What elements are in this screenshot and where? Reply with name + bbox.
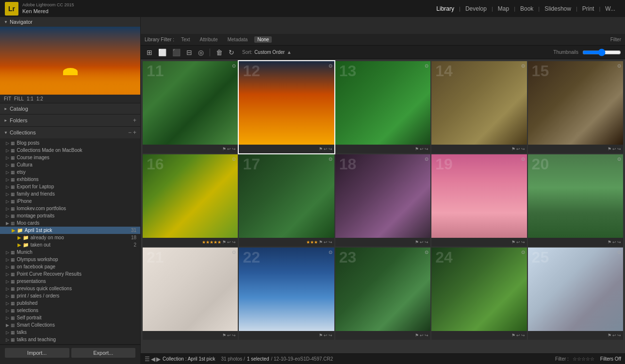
collections-tree-item[interactable]: ▷ ▦talks and teaching: [0, 336, 140, 343]
collections-tree-item[interactable]: ▶ ▦Moo cards: [0, 219, 140, 227]
collections-tree-item[interactable]: ▷ ▦family and friends: [0, 190, 140, 198]
collections-tree-item[interactable]: ▷ ▦Blog posts: [0, 139, 140, 147]
photo-cell[interactable]: 20 ⊙ ⚑ ↩ ↪: [528, 154, 623, 247]
zoom-fill[interactable]: FILL: [14, 96, 24, 101]
catalog-header-left: ▼ Catalog: [4, 106, 28, 112]
collections-tree-item[interactable]: ▶ ▦Smart Collections: [0, 321, 140, 329]
navigator-label: Navigator: [10, 19, 33, 25]
catalog-header[interactable]: ▼ Catalog: [0, 103, 140, 114]
photo-expand-icon[interactable]: ⊙: [232, 156, 236, 162]
photo-rotate-icon: ↩: [516, 240, 520, 245]
collections-tree-item[interactable]: ▷ ▦Export for Laptop: [0, 183, 140, 190]
photo-cell[interactable]: 18 ⊙ ⚑ ↩ ↪: [335, 154, 430, 247]
collections-tree-item[interactable]: ▷ ▦Collections Made on MacBook: [0, 147, 140, 154]
photo-cell[interactable]: 21 ⊙ ⚑ ↩ ↪: [143, 248, 238, 340]
photo-image: [335, 248, 430, 331]
photo-cell[interactable]: 16 ⊙ ★★★★★ ⚑ ↩ ↪: [143, 154, 238, 247]
collections-tree-item[interactable]: ▶ 📁already on moo18: [0, 234, 140, 241]
tree-item-label: taken out: [31, 242, 50, 248]
sort-arrow[interactable]: ▲: [287, 50, 292, 55]
collections-tree-item[interactable]: ▷ ▦previous quick collections: [0, 285, 140, 292]
photo-cell[interactable]: 13 ⊙ ⚑ ↩ ↪: [335, 61, 430, 153]
photo-cell[interactable]: 22 ⊙ ⚑ ↩ ↪: [239, 248, 334, 340]
collections-tree-item[interactable]: ▷ ▦talks: [0, 329, 140, 336]
photo-cell[interactable]: 11 ⊙ ⚑ ↩ ↪: [143, 61, 238, 153]
filter-tab-none[interactable]: None: [254, 36, 272, 43]
collections-tree-item[interactable]: ▷ ▦print / sales / orders: [0, 292, 140, 299]
filter-tab-text[interactable]: Text: [178, 36, 193, 43]
import-button[interactable]: Import...: [5, 348, 69, 358]
collections-add-button[interactable]: +: [133, 129, 136, 136]
photo-expand-icon[interactable]: ⊙: [521, 156, 525, 162]
zoom-1to1[interactable]: 1:1: [27, 96, 33, 101]
export-button[interactable]: Export...: [71, 348, 136, 358]
photo-expand-icon[interactable]: ⊙: [329, 156, 332, 162]
filter-tab-metadata[interactable]: Metadata: [225, 36, 251, 43]
collections-tree-item[interactable]: ▶ 📁April 1st pick31: [0, 227, 140, 234]
collection-icon: ▷ ▦: [6, 308, 15, 313]
photo-expand-icon[interactable]: ⊙: [329, 249, 332, 255]
collections-tree-item[interactable]: ▷ ▦Self portrait: [0, 314, 140, 321]
photo-cell[interactable]: 23 ⊙ ⚑ ↩ ↪: [335, 248, 430, 340]
grid-view-button[interactable]: ⊞: [145, 48, 154, 57]
navigator-header[interactable]: ▼ Navigator: [0, 17, 140, 27]
collections-tree-item[interactable]: ▷ ▦published: [0, 299, 140, 307]
survey-view-button[interactable]: ⊟: [184, 48, 194, 57]
photo-cell[interactable]: 24 ⊙ ⚑ ↩ ↪: [431, 248, 526, 340]
folders-header[interactable]: ▼ Folders +: [0, 115, 140, 126]
collections-tree-item[interactable]: ▷ ▦iPhone: [0, 198, 140, 205]
collections-tree-item[interactable]: ▷ ▦Olympus workshop: [0, 256, 140, 263]
photo-cell[interactable]: 12 ⊙ ⚑ ↩ ↪: [239, 61, 334, 153]
photo-cell[interactable]: 17 ⊙ ★★★ ⚑ ↩ ↪: [239, 154, 334, 247]
photo-cell[interactable]: 14 ⊙ ⚑ ↩ ↪: [431, 61, 526, 153]
people-view-button[interactable]: ◎: [196, 48, 206, 57]
photo-expand-icon[interactable]: ⊙: [425, 156, 428, 162]
photo-icons: ⚑ ↩ ↪: [415, 147, 428, 151]
rotate-button[interactable]: ↻: [227, 48, 236, 57]
photo-expand-icon[interactable]: ⊙: [232, 249, 236, 255]
content-area: Library | Develop | Map | Book | Slidesh…: [141, 17, 625, 364]
status-nav-prev-btn[interactable]: ☰: [145, 356, 150, 363]
collections-tree-item[interactable]: ▶ 📁taken out2: [0, 241, 140, 248]
tree-item-label: presentations: [17, 279, 46, 284]
collections-tree-item[interactable]: ▷ ▦on facebook page: [0, 263, 140, 270]
photo-expand-icon[interactable]: ⊙: [617, 249, 621, 255]
collections-tree-item[interactable]: ▷ ▦Course images: [0, 154, 140, 161]
collections-tree-item[interactable]: ▷ ▦selections: [0, 307, 140, 314]
collections-tree-item[interactable]: ▷ ▦Munich: [0, 248, 140, 256]
collections-tree-item[interactable]: ▷ ▦montage portraits: [0, 212, 140, 219]
tree-item-label: Moo cards: [17, 220, 40, 226]
collections-tree-item[interactable]: ▷ ▦Cultura: [0, 161, 140, 168]
photo-expand-icon[interactable]: ⊙: [329, 63, 332, 68]
photo-rotate-icon: ↩: [420, 240, 424, 245]
collections-tree-item[interactable]: ▷ ▦lomokev.com portfolios: [0, 205, 140, 212]
photo-expand-icon[interactable]: ⊙: [425, 63, 428, 68]
loupe-view-button[interactable]: ⬜: [156, 48, 168, 57]
zoom-1to2[interactable]: 1:2: [36, 96, 43, 101]
photo-expand-icon[interactable]: ⊙: [232, 63, 236, 68]
photo-expand-icon[interactable]: ⊙: [617, 63, 621, 68]
collections-header[interactable]: ▼ Collections − +: [0, 127, 140, 138]
photo-cell[interactable]: 19 ⊙ ⚑ ↩ ↪: [431, 154, 526, 247]
collections-tree-item[interactable]: ▷ ▦etsy: [0, 168, 140, 176]
photo-cell[interactable]: 15 ⊙ ⚑ ↩ ↪: [528, 61, 623, 153]
thumb-slider[interactable]: [582, 49, 621, 56]
photo-expand-icon[interactable]: ⊙: [425, 249, 428, 255]
sort-value[interactable]: Custom Order: [254, 50, 285, 55]
photo-expand-icon[interactable]: ⊙: [617, 156, 621, 162]
collections-remove-button[interactable]: −: [128, 129, 132, 136]
spray-button[interactable]: 🗑: [214, 48, 225, 57]
photo-expand-icon[interactable]: ⊙: [521, 249, 525, 255]
collections-tree-item[interactable]: ▷ ▦presentations: [0, 278, 140, 285]
photo-expand-icon[interactable]: ⊙: [521, 63, 525, 68]
compare-view-button[interactable]: ⬛: [170, 48, 182, 57]
collections-tree-item[interactable]: ▷ ▦exhbitions: [0, 176, 140, 183]
status-nav-fwd-btn[interactable]: ▶: [156, 356, 161, 363]
collections-tree-item[interactable]: ▷ ▦Point Curve Recovery Results: [0, 270, 140, 278]
folders-add-button[interactable]: +: [133, 117, 136, 124]
status-nav-back-btn[interactable]: ◀: [151, 356, 155, 363]
photo-cell[interactable]: 25 ⊙ ⚑ ↩ ↪: [528, 248, 623, 340]
zoom-fit[interactable]: FIT: [4, 96, 11, 101]
photo-image: [239, 61, 334, 145]
filter-tab-attribute[interactable]: Attribute: [197, 36, 220, 43]
